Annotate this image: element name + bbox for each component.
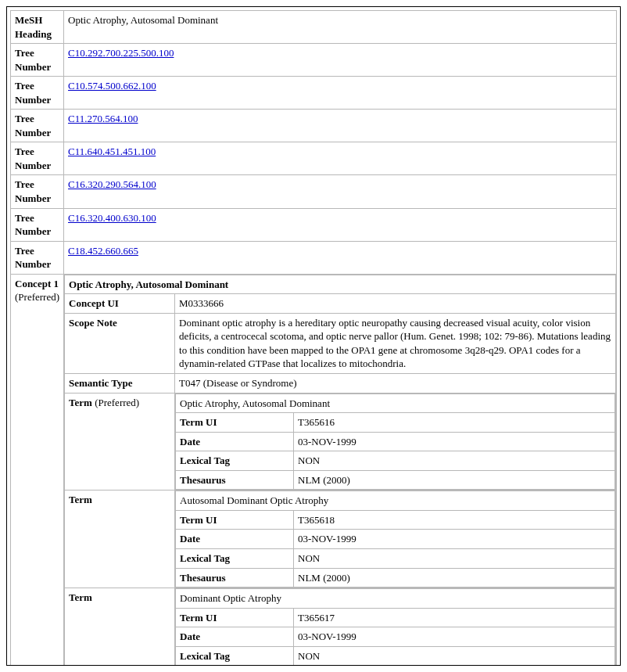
concept-table: Optic Atrophy, Autosomal DominantConcept… xyxy=(64,275,616,666)
term-table: Dominant Optic AtrophyTerm UIT365617Date… xyxy=(175,588,615,666)
semantic-type-label: Semantic Type xyxy=(65,374,175,393)
term-date-label: Date xyxy=(176,432,294,451)
tree-number-link[interactable]: C16.320.290.564.100 xyxy=(68,178,156,190)
term-ui-label: Term UI xyxy=(176,608,294,627)
concept-cell: Optic Atrophy, Autosomal DominantConcept… xyxy=(64,274,617,666)
term-table: Autosomal Dominant Optic AtrophyTerm UIT… xyxy=(175,491,615,588)
term-ui-value: T365616 xyxy=(294,413,615,433)
mesh-heading-value: Optic Atrophy, Autosomal Dominant xyxy=(64,11,617,44)
term-lexical-tag-label: Lexical Tag xyxy=(176,451,294,471)
tree-number-value: C10.292.700.225.500.100 xyxy=(64,44,617,77)
tree-number-label: TreeNumber xyxy=(11,142,64,175)
tree-number-label: TreeNumber xyxy=(11,241,64,274)
term-name: Dominant Optic Atrophy xyxy=(176,589,615,609)
tree-number-label: TreeNumber xyxy=(11,208,64,241)
term-thesaurus-value: NLM (2000) xyxy=(294,568,615,588)
term-lexical-tag-label: Lexical Tag xyxy=(176,548,294,568)
tree-number-link[interactable]: C16.320.400.630.100 xyxy=(68,212,156,224)
term-label: Term (Preferred) xyxy=(65,393,175,491)
term-ui-label: Term UI xyxy=(176,413,294,433)
term-name: Autosomal Dominant Optic Atrophy xyxy=(176,491,615,511)
term-label: Term xyxy=(65,491,175,588)
term-label: Term xyxy=(65,588,175,666)
term-cell: Optic Atrophy, Autosomal DominantTerm UI… xyxy=(175,393,616,491)
semantic-type-value: T047 (Disease or Syndrome) xyxy=(175,374,616,393)
tree-number-link[interactable]: C11.640.451.451.100 xyxy=(68,146,156,157)
mesh-record-table: MeSHHeadingOptic Atrophy, Autosomal Domi… xyxy=(10,10,617,666)
tree-number-link[interactable]: C10.292.700.225.500.100 xyxy=(68,47,174,59)
term-cell: Autosomal Dominant Optic AtrophyTerm UIT… xyxy=(175,491,616,588)
tree-number-link[interactable]: C18.452.660.665 xyxy=(68,245,138,257)
term-ui-value: T365618 xyxy=(294,510,615,530)
term-lexical-tag-value: NON xyxy=(294,451,615,471)
concept-ui-label: Concept UI xyxy=(65,294,175,314)
tree-number-value: C18.452.660.665 xyxy=(64,241,617,274)
term-date-value: 03-NOV-1999 xyxy=(294,530,615,549)
term-lexical-tag-label: Lexical Tag xyxy=(176,646,294,666)
tree-number-label: TreeNumber xyxy=(11,44,64,77)
tree-number-link[interactable]: C10.574.500.662.100 xyxy=(68,80,156,92)
term-lexical-tag-value: NON xyxy=(294,548,615,568)
concept-ui-value: M0333666 xyxy=(175,294,616,314)
concept-name: Optic Atrophy, Autosomal Dominant xyxy=(65,275,616,294)
tree-number-value: C16.320.400.630.100 xyxy=(64,208,617,241)
scope-note-label: Scope Note xyxy=(65,313,175,373)
term-thesaurus-label: Thesaurus xyxy=(176,470,294,490)
tree-number-value: C16.320.290.564.100 xyxy=(64,175,617,208)
term-ui-value: T365617 xyxy=(294,608,615,627)
scope-note-value: Dominant optic atrophy is a hereditary o… xyxy=(175,313,616,373)
tree-number-label: TreeNumber xyxy=(11,110,64,142)
term-name: Optic Atrophy, Autosomal Dominant xyxy=(176,393,615,413)
term-cell: Dominant Optic AtrophyTerm UIT365617Date… xyxy=(175,588,616,666)
tree-number-value: C10.574.500.662.100 xyxy=(64,77,617,110)
concept-label: Concept 1(Preferred) xyxy=(11,274,64,666)
mesh-heading-label: MeSHHeading xyxy=(11,11,64,44)
term-date-label: Date xyxy=(176,627,294,647)
tree-number-value: C11.640.451.451.100 xyxy=(64,142,617,175)
tree-number-link[interactable]: C11.270.564.100 xyxy=(68,113,138,124)
term-date-label: Date xyxy=(176,530,294,549)
tree-number-label: TreeNumber xyxy=(11,77,64,110)
term-thesaurus-value: NLM (2000) xyxy=(294,470,615,490)
term-date-value: 03-NOV-1999 xyxy=(294,627,615,647)
term-table: Optic Atrophy, Autosomal DominantTerm UI… xyxy=(175,393,615,491)
term-thesaurus-label: Thesaurus xyxy=(176,568,294,588)
term-lexical-tag-value: NON xyxy=(294,646,615,666)
term-date-value: 03-NOV-1999 xyxy=(294,432,615,451)
tree-number-value: C11.270.564.100 xyxy=(64,110,617,142)
tree-number-label: TreeNumber xyxy=(11,175,64,208)
term-ui-label: Term UI xyxy=(176,510,294,530)
